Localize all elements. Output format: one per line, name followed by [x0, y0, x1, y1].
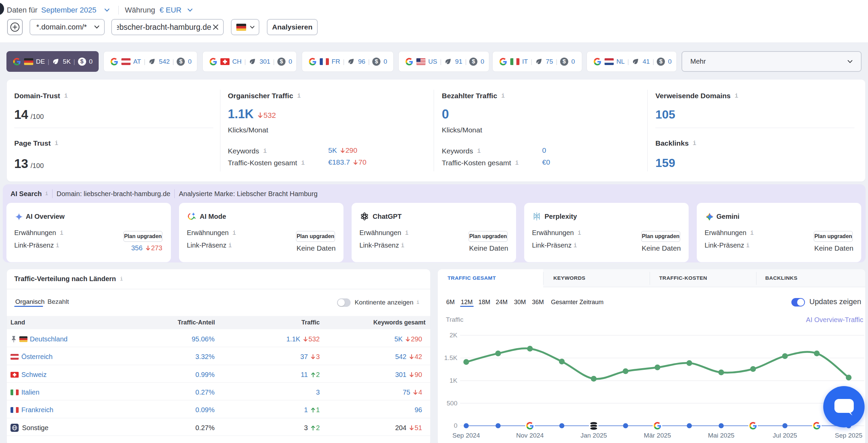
svg-text:AI Overview-Traffic: AI Overview-Traffic [806, 316, 863, 323]
svg-text:1.5K: 1.5K [444, 354, 457, 361]
svg-text:Nov 2024: Nov 2024 [516, 432, 544, 439]
svg-text:2K: 2K [450, 332, 458, 339]
svg-text:0: 0 [454, 422, 457, 429]
svg-text:Jan 2025: Jan 2025 [580, 432, 607, 439]
svg-text:1K: 1K [450, 377, 458, 384]
svg-text:Mär 2025: Mär 2025 [644, 432, 671, 439]
svg-text:Traffic: Traffic [446, 316, 463, 323]
svg-text:500: 500 [447, 400, 457, 407]
svg-text:Jul 2025: Jul 2025 [773, 432, 797, 439]
svg-text:Mai 2025: Mai 2025 [708, 432, 734, 439]
svg-text:Sep 2024: Sep 2024 [452, 432, 480, 439]
svg-text:Sep 2025: Sep 2025 [835, 432, 862, 439]
